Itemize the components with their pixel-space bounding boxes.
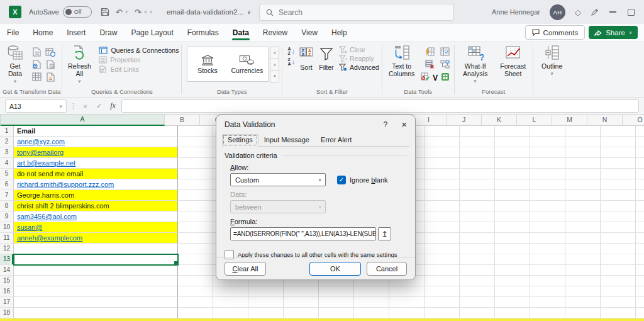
cell-A5[interactable]: do not send me email <box>14 169 178 179</box>
column-header-O[interactable]: O <box>623 115 644 126</box>
pencil-icon[interactable] <box>591 8 599 16</box>
confirm-entry-icon[interactable]: ✓ <box>94 102 104 110</box>
name-box[interactable]: A13 ∨ <box>5 99 67 113</box>
from-text-icon[interactable] <box>32 47 42 57</box>
edit-links-button[interactable]: Edit Links <box>99 65 179 73</box>
row-header-17[interactable]: 17 <box>0 297 14 308</box>
qat-overflow-icon[interactable]: ∨ <box>150 9 153 14</box>
ok-button[interactable]: OK <box>309 262 361 276</box>
ribbon-tab-page-layout[interactable]: Page Layout <box>124 24 180 41</box>
ribbon-tab-help[interactable]: Help <box>325 24 354 41</box>
dialog-help-button[interactable]: ? <box>384 120 388 129</box>
document-title[interactable]: email-data-validation2... ∨ <box>167 8 251 16</box>
cancel-button[interactable]: Cancel <box>367 262 407 276</box>
cancel-entry-icon[interactable]: × <box>80 103 91 110</box>
cell-A1[interactable]: Email <box>14 126 178 137</box>
row-header-16[interactable]: 16 <box>0 286 14 297</box>
gallery-more-icon[interactable]: ▾ <box>270 70 279 82</box>
column-header-I[interactable]: I <box>411 115 447 126</box>
cell-A15[interactable] <box>14 276 178 286</box>
cell-A8[interactable]: christ shift 2 blimperskins.com <box>14 201 178 211</box>
comments-button[interactable]: Comments <box>525 25 586 40</box>
ribbon-tab-home[interactable]: Home <box>26 24 60 41</box>
row-header-14[interactable]: 14 <box>0 265 14 276</box>
row-header-1[interactable]: 1 <box>0 126 14 137</box>
currencies-button[interactable]: Currencies <box>227 47 267 81</box>
row-header-8[interactable]: 8 <box>0 201 14 211</box>
dialog-close-icon[interactable]: × <box>401 120 407 129</box>
stocks-button[interactable]: Stocks <box>187 47 227 81</box>
sort-descending-button[interactable]: ZA ↓ <box>286 57 296 66</box>
row-header-11[interactable]: 11 <box>0 233 14 244</box>
properties-button[interactable]: Properties <box>99 56 179 64</box>
flash-fill-icon[interactable] <box>425 47 435 56</box>
row-header-4[interactable]: 4 <box>0 158 14 169</box>
forecast-sheet-button[interactable]: Forecast Sheet <box>495 43 531 79</box>
filter-button[interactable]: Filter <box>316 45 336 72</box>
row-header-3[interactable]: 3 <box>0 147 14 158</box>
cell-A2[interactable]: anne@xyz.com <box>14 137 178 147</box>
ribbon-tab-file[interactable]: File <box>0 24 26 41</box>
select-all-corner[interactable] <box>0 115 1 126</box>
collapse-dialog-icon[interactable]: ↥ <box>378 227 391 240</box>
consolidate-icon[interactable] <box>440 47 450 56</box>
column-header-N[interactable]: N <box>587 115 623 126</box>
column-header-A[interactable]: A <box>1 115 165 126</box>
gallery-up-icon[interactable]: ∧ <box>270 47 279 59</box>
sort-ascending-button[interactable]: AZ ↓ <box>286 47 296 55</box>
share-button[interactable]: Share ∨ <box>589 26 638 39</box>
cell-A14[interactable] <box>14 265 178 276</box>
save-icon[interactable] <box>101 8 109 16</box>
row-header-10[interactable]: 10 <box>0 222 14 233</box>
row-header-7[interactable]: 7 <box>0 190 14 201</box>
tab-settings[interactable]: Settings <box>222 134 258 147</box>
remove-duplicates-icon[interactable] <box>425 60 435 69</box>
ribbon-tab-data[interactable]: Data <box>226 24 256 41</box>
existing-connections-icon[interactable] <box>46 60 55 69</box>
ribbon-tab-formulas[interactable]: Formulas <box>180 24 226 41</box>
redo-dropdown-icon[interactable]: ∨ <box>144 9 147 14</box>
ribbon-tab-view[interactable]: View <box>294 24 325 41</box>
search-input[interactable]: Search <box>259 4 454 21</box>
dialog-title-bar[interactable]: Data Validation ? × <box>216 115 415 134</box>
outline-button[interactable]: Outline ∨ <box>535 43 570 77</box>
recent-sources-icon[interactable] <box>45 47 55 57</box>
row-header-13[interactable]: 13 <box>0 254 14 265</box>
cell-A3[interactable]: tony@emailorg <box>14 147 178 158</box>
cell-A12[interactable] <box>14 244 178 254</box>
gallery-down-icon[interactable]: ∨ <box>270 59 279 71</box>
cell-A16[interactable] <box>14 286 178 297</box>
cell-A13[interactable] <box>14 254 178 265</box>
cell-A9[interactable]: sam3456@aol.com <box>14 211 178 222</box>
refresh-all-button[interactable]: Refresh All ∨ <box>64 43 95 85</box>
cell-A6[interactable]: richard.smith@support.zzz.com <box>14 179 178 190</box>
column-header-M[interactable]: M <box>552 115 587 126</box>
cell-A18[interactable] <box>14 308 178 318</box>
advanced-filter-button[interactable]: Advanced <box>339 64 379 71</box>
cell-A10[interactable]: susan@ <box>14 222 178 233</box>
row-header-18[interactable]: 18 <box>0 308 14 318</box>
ignore-blank-checkbox[interactable]: ✓ Ignore blank <box>337 176 388 184</box>
excel-logo-icon[interactable]: X <box>9 6 21 18</box>
undo-dropdown-icon[interactable]: ∨ <box>125 9 128 14</box>
redo-button[interactable]: ↷ <box>135 8 142 17</box>
row-header-2[interactable]: 2 <box>0 137 14 147</box>
column-header-K[interactable]: K <box>482 115 517 126</box>
tab-input-message[interactable]: Input Message <box>258 134 315 147</box>
ribbon-tab-review[interactable]: Review <box>256 24 294 41</box>
row-header-15[interactable]: 15 <box>0 276 14 286</box>
clear-filter-button[interactable]: Clear <box>339 46 379 54</box>
minimize-button[interactable] <box>608 8 617 16</box>
formula-field[interactable]: =AND(ISERROR(FIND(" ",A13)),LEN(A13)-LEN… <box>230 227 376 240</box>
autosave-toggle[interactable]: Off <box>63 6 92 18</box>
row-header-12[interactable]: 12 <box>0 244 14 254</box>
ribbon-tab-insert[interactable]: Insert <box>60 24 92 41</box>
relationships-icon[interactable] <box>440 60 450 69</box>
insert-function-icon[interactable]: fx <box>108 101 118 111</box>
gem-icon[interactable]: ◇ <box>575 8 581 17</box>
formula-input[interactable] <box>121 99 639 113</box>
avatar[interactable]: AH <box>550 4 565 20</box>
from-file-icon[interactable] <box>46 72 55 82</box>
cell-A4[interactable]: art.b@example.net <box>14 158 178 169</box>
column-header-B[interactable]: B <box>165 115 200 126</box>
